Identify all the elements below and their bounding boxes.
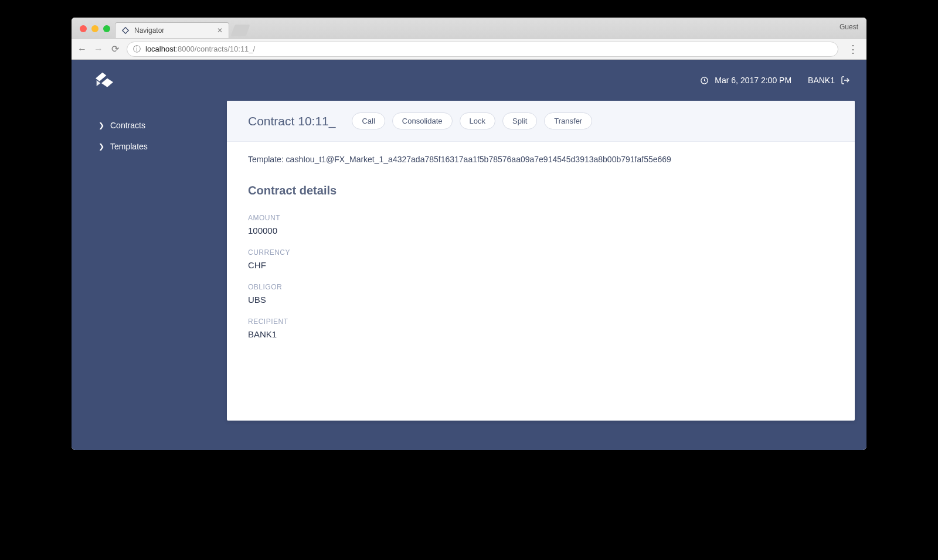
sidebar: ❯ Contracts ❯ Templates — [72, 101, 227, 450]
sidebar-item-templates[interactable]: ❯ Templates — [72, 136, 227, 157]
field-value: CHF — [248, 260, 834, 270]
maximize-window-icon[interactable] — [103, 25, 110, 32]
details-heading: Contract details — [248, 184, 834, 197]
field-label: CURRENCY — [248, 248, 834, 257]
template-line: Template: cashIou_t1@FX_Market_1_a4327ad… — [248, 155, 834, 164]
browser-tab-bar: Navigator ✕ Guest — [72, 18, 866, 38]
window-controls — [76, 25, 115, 38]
forward-icon: → — [94, 44, 103, 54]
field-value: 100000 — [248, 226, 834, 235]
user-name: BANK1 — [808, 76, 835, 85]
field-currency: CURRENCY CHF — [248, 248, 834, 270]
lock-button[interactable]: Lock — [460, 112, 495, 129]
url-host: localhost:8000/contracts/10:11_/ — [145, 45, 255, 53]
sidebar-item-contracts[interactable]: ❯ Contracts — [72, 115, 227, 136]
field-label: AMOUNT — [248, 214, 834, 222]
action-bar: Call Consolidate Lock Split Transfer — [352, 112, 592, 129]
new-tab-button[interactable] — [230, 25, 250, 36]
field-label: OBLIGOR — [248, 283, 834, 291]
panel-header: Contract 10:11_ Call Consolidate Lock Sp… — [227, 101, 855, 142]
consolidate-button[interactable]: Consolidate — [392, 112, 453, 129]
clock-display: Mar 6, 2017 2:00 PM — [700, 76, 791, 85]
address-bar[interactable]: ⓘ localhost:8000/contracts/10:11_/ — [127, 42, 838, 57]
reload-icon[interactable]: ⟳ — [110, 43, 120, 54]
browser-window: Navigator ✕ Guest ← → ⟳ ⓘ localhost:8000… — [72, 18, 866, 450]
field-recipient: RECIPIENT BANK1 — [248, 317, 834, 339]
contract-title: Contract 10:11_ — [248, 114, 335, 128]
browser-tab[interactable]: Navigator ✕ — [115, 22, 229, 38]
call-button[interactable]: Call — [352, 112, 385, 129]
tab-favicon-icon — [121, 26, 130, 35]
split-button[interactable]: Split — [502, 112, 537, 129]
close-tab-icon[interactable]: ✕ — [217, 26, 223, 35]
timestamp: Mar 6, 2017 2:00 PM — [715, 76, 791, 85]
template-id: cashIou_t1@FX_Market_1_a4327ada785f16317… — [286, 155, 671, 164]
transfer-button[interactable]: Transfer — [544, 112, 592, 129]
browser-menu-icon[interactable]: ⋮ — [845, 43, 861, 56]
profile-label[interactable]: Guest — [840, 23, 858, 31]
sidebar-item-label: Templates — [110, 142, 148, 151]
site-info-icon[interactable]: ⓘ — [133, 44, 141, 54]
app-logo-icon[interactable] — [93, 68, 117, 93]
field-value: UBS — [248, 295, 834, 305]
clock-icon — [700, 76, 709, 85]
user-menu[interactable]: BANK1 — [808, 76, 850, 85]
app-root: Mar 6, 2017 2:00 PM BANK1 ❯ Contracts — [72, 60, 866, 450]
field-obligor: OBLIGOR UBS — [248, 283, 834, 305]
chevron-right-icon: ❯ — [98, 121, 104, 129]
template-prefix: Template: — [248, 155, 286, 164]
close-window-icon[interactable] — [80, 25, 87, 32]
app-topbar: Mar 6, 2017 2:00 PM BANK1 — [72, 60, 866, 101]
chevron-right-icon: ❯ — [98, 142, 104, 151]
back-icon[interactable]: ← — [77, 44, 87, 54]
browser-toolbar: ← → ⟳ ⓘ localhost:8000/contracts/10:11_/… — [72, 38, 866, 60]
logout-icon[interactable] — [841, 76, 850, 85]
sidebar-item-label: Contracts — [110, 121, 145, 130]
minimize-window-icon[interactable] — [91, 25, 98, 32]
field-value: BANK1 — [248, 329, 834, 339]
browser-chrome: Navigator ✕ Guest ← → ⟳ ⓘ localhost:8000… — [72, 18, 866, 60]
app-body: ❯ Contracts ❯ Templates Contract 10:11_ … — [72, 101, 866, 450]
panel-body: Template: cashIou_t1@FX_Market_1_a4327ad… — [227, 142, 855, 375]
field-label: RECIPIENT — [248, 317, 834, 326]
field-amount: AMOUNT 100000 — [248, 214, 834, 235]
main-panel: Contract 10:11_ Call Consolidate Lock Sp… — [227, 101, 855, 421]
tab-title: Navigator — [134, 26, 164, 35]
